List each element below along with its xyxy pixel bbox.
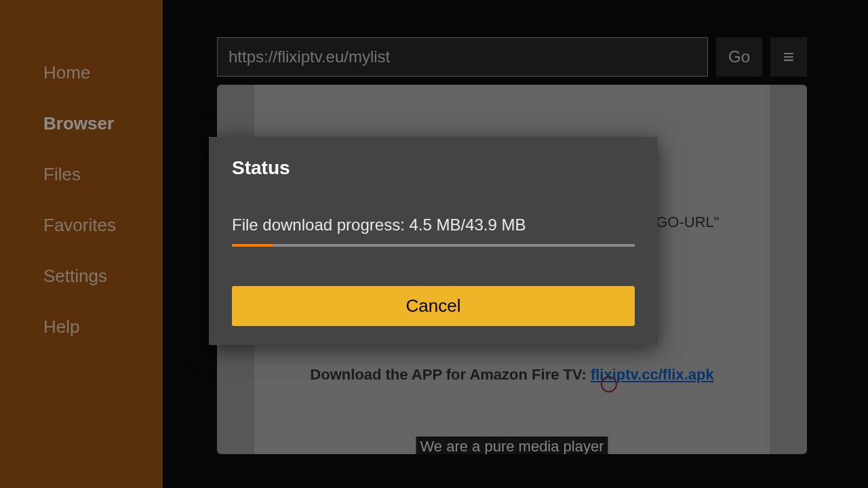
progress-bar-fill (232, 244, 273, 247)
cancel-button[interactable]: Cancel (232, 286, 635, 326)
status-dialog: Status File download progress: 4.5 MB/43… (209, 137, 658, 345)
progress-bar (232, 244, 635, 247)
progress-total: 43.9 MB (465, 216, 526, 234)
dialog-body: File download progress: 4.5 MB/43.9 MB (232, 216, 635, 235)
progress-prefix: File download progress: (232, 216, 409, 234)
progress-downloaded: 4.5 MB (409, 216, 460, 234)
dialog-title: Status (232, 157, 635, 179)
